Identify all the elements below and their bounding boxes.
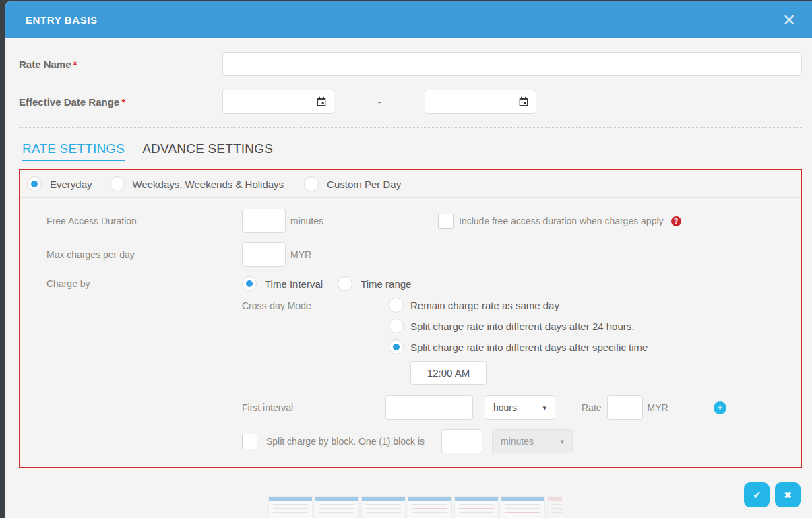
split-after-24h-label: Split charge rate into different days af…	[410, 321, 634, 332]
tab-advance-settings[interactable]: ADVANCE SETTINGS	[142, 141, 273, 161]
radio-icon[interactable]	[110, 176, 125, 191]
panel-content: Free Access Duration minutes Include fre…	[20, 198, 801, 467]
remain-same-day-label: Remain charge rate as same day	[410, 300, 559, 311]
cancel-button[interactable]: ✖	[775, 482, 801, 507]
radio-split-after-specific-time[interactable]: Split charge rate into different days af…	[389, 339, 648, 354]
radio-time-range[interactable]: Time range	[338, 276, 411, 291]
modal-body: Rate Name* Effective Date Range* -	[5, 38, 812, 468]
preview-thumbnail	[547, 496, 562, 518]
first-interval-row: First interval hours ▾ Rate MYR +	[46, 395, 794, 420]
date-end-field[interactable]	[425, 90, 536, 114]
unit-select-value: minutes	[501, 436, 534, 447]
date-range-separator: -	[334, 96, 425, 108]
preview-thumbnail	[501, 496, 545, 518]
rate-settings-panel: Everyday Weekdays, Weekends & Holidays C…	[19, 169, 802, 468]
time-range-label: Time range	[361, 278, 411, 290]
radio-everyday-label: Everyday	[50, 179, 92, 190]
preview-thumbnail	[361, 496, 406, 518]
tab-rate-settings[interactable]: RATE SETTINGS	[22, 141, 125, 161]
date-range-label: Effective Date Range*	[19, 96, 222, 108]
rate-name-label: Rate Name*	[19, 59, 222, 70]
radio-icon[interactable]	[389, 339, 404, 354]
required-marker: *	[121, 96, 125, 108]
split-block-unit-select[interactable]: minutes ▾	[492, 429, 573, 453]
rate-name-row: Rate Name*	[19, 52, 802, 76]
preview-thumbnail	[315, 496, 359, 518]
max-charges-row: Max charges per day MYR	[46, 242, 794, 267]
add-interval-icon[interactable]: +	[714, 401, 726, 414]
radio-icon[interactable]	[389, 319, 404, 333]
cross-day-row: Cross-day Mode Remain charge rate as sam…	[46, 298, 794, 354]
specific-time-input[interactable]: 12:00 AM	[410, 361, 487, 385]
modal-header: ENTRY BASIS ✕	[5, 1, 812, 38]
calendar-icon[interactable]	[316, 96, 327, 107]
rate-name-label-text: Rate Name	[19, 59, 71, 70]
rate-label: Rate	[582, 402, 602, 413]
preview-thumbnail	[408, 496, 452, 518]
charge-by-label: Charge by	[46, 278, 242, 289]
date-end-input[interactable]	[432, 92, 518, 112]
rate-currency: MYR	[648, 402, 668, 413]
include-free-access-group[interactable]: Include free access duration when charge…	[438, 214, 681, 229]
cross-day-options: Remain charge rate as same day Split cha…	[389, 298, 648, 354]
free-access-row: Free Access Duration minutes Include fre…	[46, 209, 794, 233]
rate-name-input[interactable]	[222, 52, 802, 76]
include-free-access-checkbox[interactable]	[438, 214, 454, 229]
radio-icon[interactable]	[242, 276, 257, 291]
time-interval-label: Time Interval	[265, 278, 323, 290]
split-block-checkbox[interactable]	[242, 434, 257, 449]
split-block-label: Split charge by block. One (1) block is	[266, 436, 425, 447]
radio-custom-per-day[interactable]: Custom Per Day	[304, 176, 401, 191]
radio-everyday[interactable]: Everyday	[27, 176, 92, 191]
preview-thumbnail	[454, 496, 499, 518]
date-range-row: Effective Date Range* -	[19, 90, 802, 114]
radio-remain-same-day[interactable]: Remain charge rate as same day	[389, 298, 648, 313]
date-start-field[interactable]	[222, 90, 334, 114]
unit-select-value: hours	[493, 402, 517, 413]
help-icon[interactable]: ?	[671, 216, 681, 226]
split-block-row: Split charge by block. One (1) block is …	[46, 429, 794, 453]
first-interval-label: First interval	[242, 402, 385, 413]
free-access-unit: minutes	[290, 216, 323, 226]
radio-split-after-24h[interactable]: Split charge rate into different days af…	[389, 319, 648, 333]
calendar-icon[interactable]	[518, 96, 529, 107]
preview-thumbnail	[268, 496, 313, 518]
x-icon: ✖	[784, 490, 792, 500]
page-preview-strip	[268, 496, 562, 518]
first-interval-input[interactable]	[385, 395, 473, 420]
rate-input[interactable]	[607, 395, 643, 420]
chevron-down-icon: ▾	[560, 437, 564, 446]
date-start-input[interactable]	[230, 92, 316, 112]
modal-title: ENTRY BASIS	[26, 14, 98, 26]
modal-footer-buttons: ✔ ✖	[744, 482, 801, 507]
max-charges-unit: MYR	[290, 249, 311, 260]
check-icon: ✔	[753, 490, 761, 500]
radio-time-interval[interactable]: Time Interval	[242, 276, 323, 291]
settings-tabs: RATE SETTINGS ADVANCE SETTINGS	[19, 141, 802, 161]
first-interval-unit-select[interactable]: hours ▾	[485, 395, 555, 420]
free-access-input[interactable]	[242, 209, 286, 233]
include-free-access-label: Include free access duration when charge…	[459, 216, 664, 226]
close-icon[interactable]: ✕	[782, 12, 796, 28]
radio-custom-label: Custom Per Day	[327, 179, 401, 190]
radio-weekdays-label: Weekdays, Weekends & Holidays	[133, 179, 284, 190]
section-divider	[19, 127, 802, 128]
max-charges-label: Max charges per day	[46, 249, 242, 260]
required-marker: *	[73, 59, 77, 70]
split-block-input[interactable]	[441, 429, 482, 453]
split-specific-time-label: Split charge rate into different days af…	[410, 342, 648, 353]
max-charges-input[interactable]	[242, 242, 286, 267]
radio-icon[interactable]	[304, 176, 319, 191]
radio-weekdays-weekends-holidays[interactable]: Weekdays, Weekends & Holidays	[110, 176, 284, 191]
date-range-label-text: Effective Date Range	[19, 96, 119, 108]
radio-icon[interactable]	[27, 176, 42, 191]
free-access-label: Free Access Duration	[46, 216, 242, 226]
radio-icon[interactable]	[389, 298, 404, 313]
radio-icon[interactable]	[338, 276, 352, 291]
cross-day-label: Cross-day Mode	[242, 298, 389, 311]
schedule-type-options: Everyday Weekdays, Weekends & Holidays C…	[20, 170, 801, 198]
confirm-button[interactable]: ✔	[744, 482, 770, 507]
entry-basis-modal: ENTRY BASIS ✕ Rate Name* Effective Date …	[5, 1, 812, 518]
chevron-down-icon: ▾	[542, 403, 546, 412]
charge-by-row: Charge by Time Interval Time range	[46, 276, 794, 291]
